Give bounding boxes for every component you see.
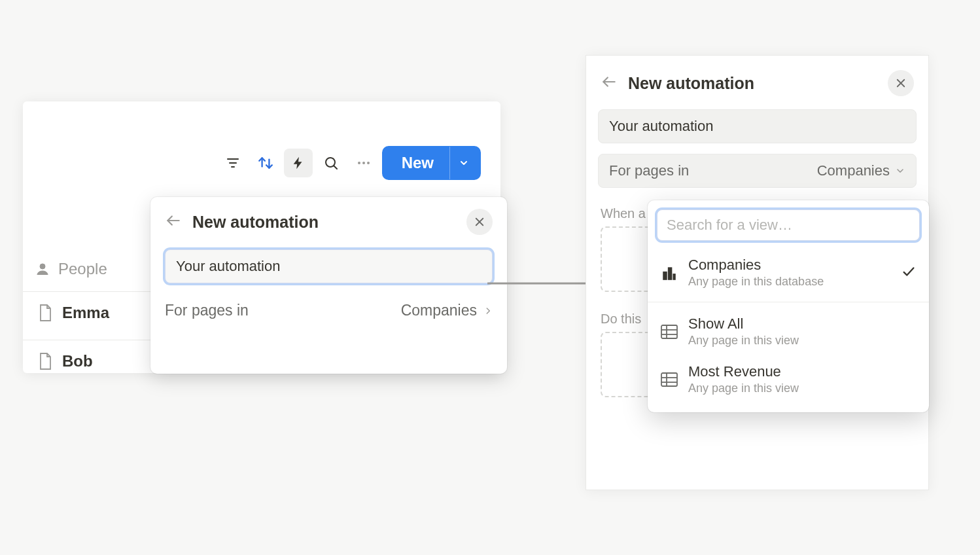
toolbar: New: [219, 146, 481, 180]
page-icon: [37, 352, 53, 370]
panel-title: New automation: [628, 74, 877, 93]
view-picker-dropdown: Companies Any page in this database Show…: [648, 200, 929, 412]
chevron-down-icon: [895, 166, 905, 176]
for-pages-label: For pages in: [609, 162, 689, 179]
svg-rect-19: [661, 325, 677, 338]
view-option-title: Show All: [688, 315, 799, 332]
back-button[interactable]: [165, 212, 182, 232]
more-button[interactable]: [349, 149, 378, 177]
view-option-companies[interactable]: Companies Any page in this database: [648, 249, 929, 296]
automation-name-input[interactable]: [165, 249, 493, 283]
column-header-label: People: [58, 260, 107, 278]
new-button-label: New: [386, 154, 449, 172]
database-card: New People Emma Bob New automation Fo: [23, 101, 500, 373]
view-option-title: Most Revenue: [688, 363, 799, 380]
view-option-subtitle: Any page in this view: [688, 334, 799, 348]
filter-button[interactable]: [219, 149, 247, 177]
for-pages-value-button[interactable]: Companies: [401, 302, 493, 319]
view-option-subtitle: Any page in this view: [688, 382, 799, 395]
for-pages-label: For pages in: [165, 302, 249, 319]
table-icon: [661, 372, 678, 387]
back-button[interactable]: [601, 73, 618, 93]
close-icon: [474, 216, 485, 228]
svg-rect-16: [663, 271, 667, 279]
close-icon: [895, 77, 907, 89]
svg-rect-17: [668, 267, 673, 280]
close-button[interactable]: [888, 70, 914, 96]
more-icon: [356, 155, 372, 171]
new-button[interactable]: New: [382, 146, 481, 180]
view-option-most-revenue[interactable]: Most Revenue Any page in this view: [648, 355, 929, 403]
for-pages-value-button[interactable]: Companies: [817, 162, 905, 179]
chevron-right-icon: [483, 306, 493, 315]
chevron-down-icon: [459, 158, 469, 168]
separator: [648, 302, 929, 302]
person-icon: [35, 261, 50, 277]
for-pages-row[interactable]: For pages in Companies: [165, 302, 493, 319]
bolt-icon: [291, 154, 306, 171]
check-icon: [901, 264, 916, 281]
svg-point-6: [362, 162, 365, 164]
automation-popover: New automation For pages in Companies: [150, 197, 507, 374]
svg-point-5: [358, 162, 360, 164]
table-icon: [661, 325, 678, 339]
arrow-left-icon: [165, 212, 182, 229]
svg-rect-23: [661, 373, 677, 386]
sort-button[interactable]: [251, 149, 280, 177]
automation-name-text: Your automation: [609, 118, 713, 135]
filter-icon: [225, 155, 241, 171]
search-icon: [323, 155, 339, 171]
search-button[interactable]: [317, 149, 345, 177]
arrow-left-icon: [601, 73, 618, 90]
page-icon: [37, 304, 53, 322]
sort-icon: [257, 154, 274, 171]
automation-button[interactable]: [284, 149, 313, 177]
new-button-caret[interactable]: [449, 147, 477, 179]
view-option-subtitle: Any page in this database: [688, 275, 824, 289]
view-search-input[interactable]: [657, 209, 920, 241]
for-pages-row[interactable]: For pages in Companies: [598, 154, 917, 188]
popover-title: New automation: [192, 213, 456, 232]
for-pages-value: Companies: [401, 302, 477, 319]
svg-point-7: [367, 162, 370, 164]
page-name: Bob: [62, 352, 93, 370]
svg-line-4: [334, 166, 337, 170]
close-button[interactable]: [466, 209, 493, 235]
svg-rect-18: [673, 274, 675, 280]
view-option-title: Companies: [688, 257, 824, 274]
page-name: Emma: [62, 304, 109, 322]
building-icon: [661, 264, 678, 281]
view-option-show-all[interactable]: Show All Any page in this view: [648, 308, 929, 355]
for-pages-value: Companies: [817, 162, 890, 179]
automation-name-display[interactable]: Your automation: [598, 109, 917, 143]
column-header-people[interactable]: People: [35, 260, 107, 278]
svg-point-8: [40, 264, 45, 269]
